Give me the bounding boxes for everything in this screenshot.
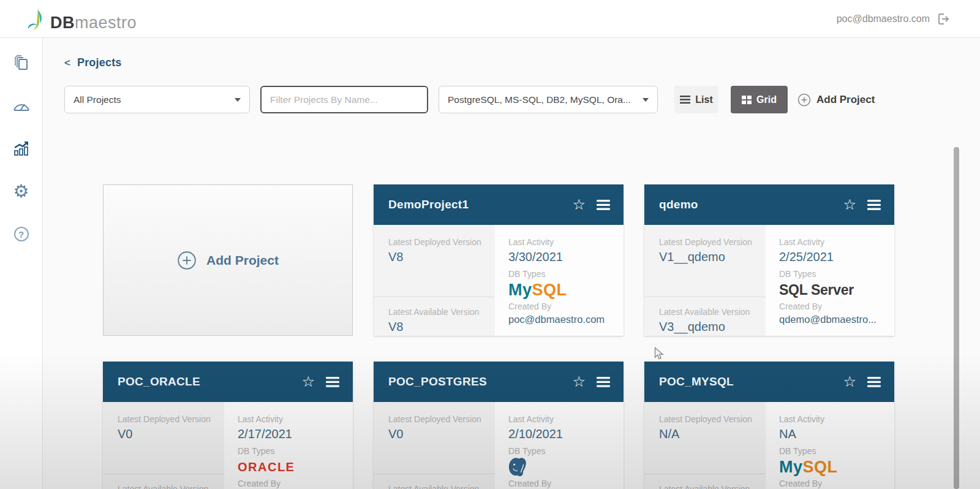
sidebar-item-analytics[interactable] <box>13 140 30 157</box>
chevron-down-icon <box>235 98 241 102</box>
available-version-cell: Latest Available Version V3__qdemo <box>644 297 766 334</box>
card-menu-icon[interactable] <box>597 200 610 210</box>
project-title: POC_POSTGRES <box>388 375 487 389</box>
last-activity-label: Last Activity <box>508 237 617 247</box>
project-title: DemoProject1 <box>388 198 469 211</box>
mysql-logo: MySQL <box>779 458 838 477</box>
versions-column: Latest Deployed Version V0 Latest Availa… <box>374 402 495 489</box>
details-column: Last Activity NA DB Types MySQL Created … <box>766 402 894 489</box>
available-version-value: V3__qdemo <box>659 320 760 334</box>
deployed-version-label: Latest Deployed Version <box>118 414 218 424</box>
project-title: qdemo <box>659 198 698 211</box>
project-card-body: Latest Deployed Version V1__qdemo Latest… <box>644 225 894 336</box>
logo-text: DBmaestro <box>50 15 137 31</box>
project-scope-select[interactable]: All Projects <box>64 86 250 113</box>
available-version-cell: Latest Available Version <box>374 474 495 489</box>
grid-icon <box>742 96 752 104</box>
db-types-value: PostgreSQL, MS-SQL, DB2, MySQL, Ora... <box>448 94 631 105</box>
back-chevron-icon[interactable]: < <box>64 57 70 69</box>
user-account: poc@dbmaestro.com <box>837 12 951 26</box>
created-by-value: poc@dbmaestro.com <box>508 314 617 325</box>
favorite-star-icon[interactable]: ☆ <box>572 374 586 389</box>
deployed-version-value: V0 <box>118 427 218 441</box>
last-activity-label: Last Activity <box>238 414 347 424</box>
db-types-label: DB Types <box>508 269 617 279</box>
project-card[interactable]: POC_MYSQL ☆ Latest Deployed Version N/A … <box>644 362 894 489</box>
project-card-body: Latest Deployed Version V0 Latest Availa… <box>374 402 624 489</box>
app-window: DBmaestro poc@dbmaestro.com <box>0 0 980 489</box>
created-by-label: Created By <box>508 301 617 311</box>
mysql-logo-my: My <box>508 281 532 299</box>
sidebar-item-projects[interactable] <box>13 54 29 71</box>
help-icon: ? <box>14 227 29 241</box>
project-card[interactable]: POC_ORACLE ☆ Latest Deployed Version V0 … <box>103 362 353 489</box>
mysql-logo: MySQL <box>508 281 567 300</box>
sidebar-item-dashboard[interactable] <box>12 97 31 114</box>
last-activity-label: Last Activity <box>508 414 617 424</box>
favorite-star-icon[interactable]: ☆ <box>843 374 856 389</box>
project-title: POC_ORACLE <box>118 375 200 389</box>
details-column: Last Activity 3/30/2021 DB Types MySQL C… <box>495 225 624 336</box>
add-project-button[interactable]: Add Project <box>797 93 875 107</box>
db-types-select[interactable]: PostgreSQL, MS-SQL, DB2, MySQL, Ora... <box>439 86 658 113</box>
db-types-label: DB Types <box>779 446 888 456</box>
list-view-button[interactable]: List <box>674 86 718 113</box>
details-column: Last Activity 2/25/2021 DB Types SQL Ser… <box>766 225 894 336</box>
created-by-label: Created By <box>508 479 617 488</box>
card-menu-icon[interactable] <box>326 377 339 387</box>
mysql-logo-my: My <box>779 458 803 476</box>
add-project-card[interactable]: Add Project <box>103 184 353 336</box>
available-version-cell: Latest Available Version V8 <box>374 297 495 334</box>
card-header-actions: ☆ <box>843 374 881 389</box>
favorite-star-icon[interactable]: ☆ <box>572 197 586 212</box>
card-header-actions: ☆ <box>572 374 610 389</box>
gear-icon: ⚙ <box>13 183 29 200</box>
favorite-star-icon[interactable]: ☆ <box>301 374 315 389</box>
logout-icon[interactable] <box>936 12 951 26</box>
project-scope-value: All Projects <box>74 94 121 105</box>
grid-label: Grid <box>756 94 777 105</box>
versions-column: Latest Deployed Version N/A Latest Avail… <box>644 402 766 489</box>
favorite-star-icon[interactable]: ☆ <box>843 197 856 212</box>
card-menu-icon[interactable] <box>597 377 610 387</box>
deployed-version-cell: Latest Deployed Version V8 <box>374 225 495 297</box>
deployed-version-cell: Latest Deployed Version N/A <box>644 402 766 474</box>
deployed-version-cell: Latest Deployed Version V0 <box>103 402 224 474</box>
available-version-value: V8 <box>388 320 489 334</box>
available-version-cell: Latest Available Version <box>103 474 224 489</box>
vertical-scrollbar[interactable] <box>954 147 959 489</box>
sidebar-item-settings[interactable]: ⚙ <box>13 183 29 200</box>
list-icon <box>680 96 690 104</box>
filter-name-input[interactable] <box>260 86 428 113</box>
project-card-header: POC_MYSQL ☆ <box>644 362 894 402</box>
project-card[interactable]: DemoProject1 ☆ Latest Deployed Version V… <box>374 184 624 336</box>
plus-circle-icon <box>177 251 197 270</box>
created-by-label: Created By <box>238 479 347 488</box>
last-activity-label: Last Activity <box>779 237 888 247</box>
project-card[interactable]: qdemo ☆ Latest Deployed Version V1__qdem… <box>644 184 894 336</box>
db-type-logo: ORACLE <box>238 457 347 477</box>
projects-grid: Add Project DemoProject1 ☆ Latest Deploy… <box>103 184 980 489</box>
mysql-logo-sql: SQL <box>532 281 567 299</box>
logo-maestro: maestro <box>75 13 137 32</box>
card-menu-icon[interactable] <box>867 200 881 210</box>
breadcrumb[interactable]: < Projects <box>64 56 980 69</box>
project-card-header: POC_POSTGRES ☆ <box>374 362 624 402</box>
versions-column: Latest Deployed Version V8 Latest Availa… <box>374 225 495 336</box>
db-type-logo <box>508 457 617 477</box>
card-header-actions: ☆ <box>301 374 339 389</box>
postgresql-logo <box>508 457 527 477</box>
last-activity-label: Last Activity <box>779 414 888 424</box>
card-header-actions: ☆ <box>843 197 881 212</box>
db-type-logo: MySQL <box>779 457 888 477</box>
grid-view-button[interactable]: Grid <box>731 86 788 113</box>
mouse-cursor <box>654 347 665 361</box>
card-menu-icon[interactable] <box>867 377 881 387</box>
sidebar-item-help[interactable]: ? <box>14 226 29 243</box>
pages-icon <box>13 55 29 71</box>
versions-column: Latest Deployed Version V0 Latest Availa… <box>103 402 224 489</box>
available-version-cell: Latest Available Version <box>644 474 766 489</box>
deployed-version-cell: Latest Deployed Version V0 <box>374 402 495 474</box>
project-card[interactable]: POC_POSTGRES ☆ Latest Deployed Version V… <box>374 362 624 489</box>
db-type-logo: SQL Server <box>779 279 888 300</box>
